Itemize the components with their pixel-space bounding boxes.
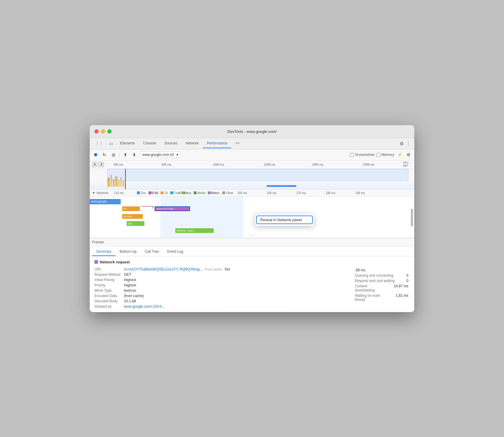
screenshots-checkbox-group: Screenshots [350,153,375,157]
ruler-mark-2: 1496 ms [213,163,224,166]
top-tabs-bar: ⋮⋮ ▭ Elements Console Sources Network Pe… [90,138,414,149]
url-link[interactable]: rs=AA2YrTtu68wU8rQSEu1zLoTY..RQBQYibAg..… [124,267,202,271]
js-color [161,191,163,194]
settings-icon[interactable]: ⚙ [400,141,404,146]
url-selector[interactable]: www.google.com #2 ▾ [140,151,181,158]
screenshots-checkbox[interactable] [350,153,354,157]
legend-img: Img [182,191,191,195]
encoded-data-label: Encoded Data [94,294,120,298]
css-color [148,191,151,194]
tab-bottom-up[interactable]: Bottom-Up [115,248,140,256]
device-icon[interactable]: ▭ [106,139,116,148]
memory-checkbox-group: Memory [377,153,394,157]
net-bar [267,185,296,187]
font-color [170,191,173,194]
toolbar-divider [119,152,120,158]
request-sent-value: 0 [406,279,408,283]
tab-sources[interactable]: Sources [160,139,181,148]
bar-desktop[interactable]: desktop_searc... [175,228,214,233]
legend-css: CSS [148,191,158,195]
timeline-selection[interactable] [107,169,408,181]
legend-wasm-label: Wasm [212,191,220,195]
arrow [141,206,153,208]
table-row[interactable]: pari... [90,220,414,227]
network-throttle-button[interactable]: ⚡ [396,151,403,158]
summary-panel: Network request URL rs=AA2YrTtu68wU8rQSE… [90,256,414,312]
net-ruler-8: 196 ms [355,191,365,195]
tab-network[interactable]: Network [181,139,203,148]
minimize-button[interactable] [101,129,105,133]
bar-mcdo[interactable]: m=cdo... [122,214,143,219]
mime-type-label: Mime Type [94,288,120,293]
stat-row-1: Request sent and waiting 0 [355,279,408,283]
memory-label: Memory [382,153,394,157]
other-color [222,191,225,194]
window-title: DevTools - www.google.com/ [228,129,277,134]
from-cache-label: From cache [205,268,222,271]
tab-performance[interactable]: Performance [203,139,231,148]
ruler-mark-4: 2496 ms [312,163,323,166]
decoded-body-label: Decoded Body [94,299,120,303]
tab-more[interactable]: >> [231,139,244,148]
tab-summary[interactable]: Summary [92,248,115,256]
cpu-label: CPU [403,161,408,164]
row-label-0: www.google... [90,199,121,204]
gear-icons-group: ⚙ ⋮ [400,141,412,146]
tab-event-log[interactable]: Event Log [163,248,187,256]
initiated-by-link[interactable]: www.google.com/:104:6... [124,304,236,309]
scrollbar[interactable] [411,209,413,226]
bar-m[interactable]: m=... [122,206,140,211]
clear-button[interactable]: ⊘ [110,151,117,158]
record-button[interactable]: ⏺ [92,151,99,158]
network-bars: www.google... m=... rs=AA2YrTtu6... m=cd… [90,197,414,238]
traffic-lights [94,129,112,133]
network-section-label: Network [96,191,108,195]
stat-row-2: Contentdownloading 14.87 ms [355,284,408,292]
toolbar-settings-button[interactable]: ⚙ [405,151,412,158]
pause-btn-2[interactable]: ⏸ [99,162,104,167]
net-ruler-6: 176 ms [296,191,306,195]
reload-button[interactable]: ↻ [101,151,108,158]
memory-checkbox[interactable] [377,153,380,157]
bar-rs[interactable]: rs=AA2YrTtu6... [155,206,190,211]
waiting-value: 1.81 ms [396,293,408,302]
legend-media: Media [194,191,205,195]
tab-call-tree[interactable]: Call Tree [141,248,163,256]
maximize-button[interactable] [107,129,112,133]
net-label: NET [403,164,408,167]
legend-img-label: Img [186,191,191,195]
tab-elements[interactable]: Elements [116,139,139,148]
content-value: 14.87 ms [394,284,408,292]
more-options-icon[interactable]: ⋮ [406,141,411,146]
initiated-by-label: Initiated by [94,304,120,309]
bar-pari[interactable]: pari... [127,221,144,226]
download-button[interactable]: ⬇ [131,151,138,158]
stat-row-3: Waiting on mainthread 1.81 ms [355,293,408,302]
pause-btn-1[interactable]: ⏸ [92,162,97,167]
net-ruler-5: 166 ms [267,191,276,195]
more-dots: ... [248,232,256,237]
tab-console[interactable]: Console [139,139,160,148]
net-ruler-0: 116 ms [114,191,124,195]
frames-row: Frames [90,238,414,246]
table-row[interactable]: www.google... [90,198,414,206]
img-color [182,191,185,194]
wasm-color [208,191,211,194]
upload-button[interactable]: ⬆ [122,151,129,158]
ruler-mark-3: 1996 ms [264,163,275,166]
network-collapse-icon[interactable]: ▼ [92,191,95,195]
duration-value: .68 ms [355,268,408,272]
request-sent-label: Request sent and waiting [355,279,395,283]
initial-priority-label: Initial Priority [94,278,120,282]
url-value: www.google.com #2 [142,153,175,157]
legend-doc-label: Doc [141,191,146,195]
table-row[interactable]: m=... rs=AA2YrTtu6... [90,205,414,213]
inspector-icon[interactable]: ⋮⋮ [92,139,106,148]
legend-font: Font [170,191,180,195]
media-color [194,191,197,194]
close-button[interactable] [94,129,99,133]
mini-timeline[interactable] [90,169,414,190]
ctx-reveal-network-1[interactable]: Reveal in Network panel [256,216,313,224]
table-row[interactable]: m=cdo... [90,213,414,220]
ruler-mark-1: 996 ms [161,163,171,166]
